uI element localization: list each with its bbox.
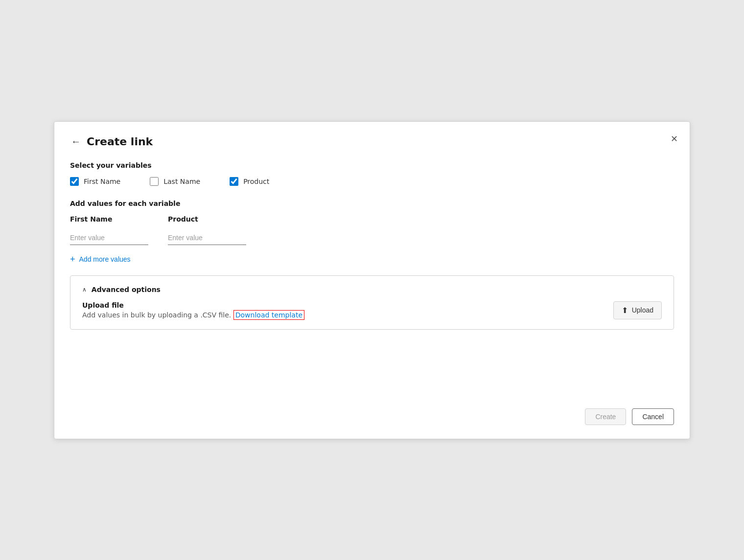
upload-button-label: Upload — [632, 306, 653, 314]
advanced-header[interactable]: ∧ Advanced options — [82, 286, 662, 293]
checkbox-row: First Name Last Name Product — [70, 177, 674, 186]
dialog-title: Create link — [87, 135, 153, 148]
upload-icon: ⬆ — [622, 306, 628, 315]
plus-icon: + — [70, 255, 75, 264]
variables-section-label: Select your variables — [70, 161, 674, 169]
checkbox-product-label: Product — [243, 178, 269, 185]
upload-info: Upload file Add values in bulk by upload… — [82, 301, 304, 319]
add-more-values-button[interactable]: + Add more values — [70, 255, 131, 264]
back-button[interactable]: ← — [70, 135, 82, 147]
column-header-product: Product — [168, 215, 246, 223]
download-template-link[interactable]: Download template — [233, 310, 304, 320]
upload-description: Add values in bulk by uploading a .CSV f… — [82, 311, 304, 319]
values-section: Add values for each variable First Name … — [70, 200, 674, 264]
first-name-input[interactable] — [70, 231, 148, 245]
back-arrow-icon: ← — [71, 136, 81, 146]
add-more-label: Add more values — [79, 255, 131, 263]
checkbox-last-name-input[interactable] — [150, 177, 159, 186]
column-header-first-name: First Name — [70, 215, 148, 223]
advanced-section: ∧ Advanced options Upload file Add value… — [70, 275, 674, 330]
upload-button[interactable]: ⬆ Upload — [613, 301, 662, 319]
upload-row: Upload file Add values in bulk by upload… — [82, 301, 662, 319]
checkbox-product-input[interactable] — [230, 177, 238, 186]
cancel-button[interactable]: Cancel — [632, 408, 674, 425]
product-input[interactable] — [168, 231, 246, 245]
input-row — [70, 231, 674, 245]
overlay: ← Create link ✕ Select your variables Fi… — [0, 0, 744, 560]
checkbox-first-name-input[interactable] — [70, 177, 79, 186]
checkbox-first-name[interactable]: First Name — [70, 177, 120, 186]
checkbox-product[interactable]: Product — [230, 177, 269, 186]
checkbox-last-name-label: Last Name — [163, 178, 200, 185]
dialog: ← Create link ✕ Select your variables Fi… — [54, 121, 690, 439]
upload-description-text: Add values in bulk by uploading a .CSV f… — [82, 311, 231, 319]
close-button[interactable]: ✕ — [669, 132, 680, 146]
variables-section: Select your variables First Name Last Na… — [70, 161, 674, 186]
chevron-up-icon: ∧ — [82, 286, 87, 293]
upload-file-label: Upload file — [82, 301, 304, 309]
dialog-footer: Create Cancel — [585, 408, 674, 425]
create-button[interactable]: Create — [585, 408, 626, 425]
column-headers: First Name Product — [70, 215, 674, 223]
close-icon: ✕ — [671, 134, 678, 144]
checkbox-last-name[interactable]: Last Name — [150, 177, 200, 186]
advanced-title: Advanced options — [92, 286, 161, 293]
values-section-label: Add values for each variable — [70, 200, 674, 207]
dialog-header: ← Create link — [70, 135, 674, 148]
checkbox-first-name-label: First Name — [84, 178, 120, 185]
